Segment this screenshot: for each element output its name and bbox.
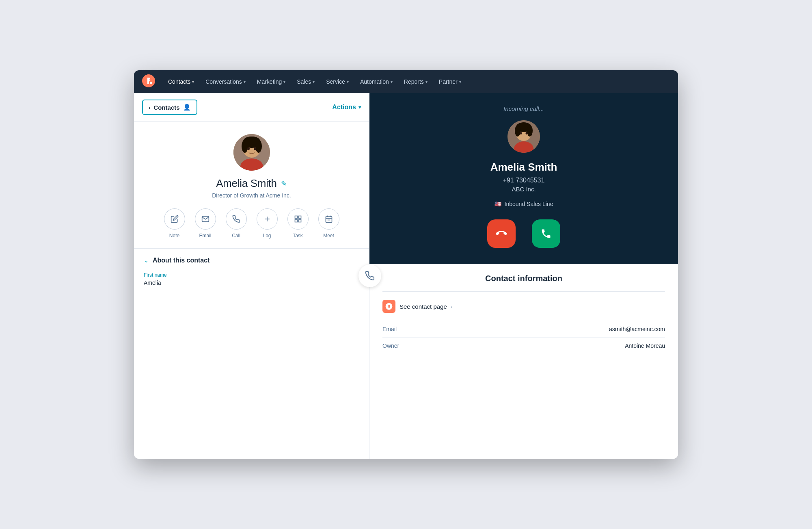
nav-partner[interactable]: Partner ▾ xyxy=(434,75,466,88)
nav-service[interactable]: Service ▾ xyxy=(321,75,354,88)
svg-point-27 xyxy=(527,125,533,137)
marketing-chevron-icon: ▾ xyxy=(283,80,285,84)
avatar xyxy=(233,134,270,171)
user-icon: 👤 xyxy=(183,104,191,111)
nav-contacts[interactable]: Contacts ▾ xyxy=(163,75,199,88)
caller-company: ABC Inc. xyxy=(512,186,536,193)
collapse-icon[interactable]: ⌄ xyxy=(144,257,149,264)
meet-action-button[interactable]: Meet xyxy=(318,208,339,238)
actions-button[interactable]: Actions ▾ xyxy=(332,104,361,111)
caller-phone: +91 73045531 xyxy=(503,177,545,184)
actions-chevron-icon: ▾ xyxy=(358,104,361,110)
email-field-row: Email asmith@acmeinc.com xyxy=(382,321,665,338)
svg-rect-17 xyxy=(326,216,332,222)
nav-reports[interactable]: Reports ▾ xyxy=(399,75,432,88)
about-header: ⌄ About this contact xyxy=(144,257,359,264)
contact-info-fields: Email asmith@acmeinc.com Owner Antoine M… xyxy=(382,321,665,354)
hubspot-logo-small xyxy=(382,300,395,313)
owner-field-value: Antoine Moreau xyxy=(625,343,665,349)
first-name-label: First name xyxy=(144,272,359,278)
incoming-call-text: Incoming call... xyxy=(503,105,544,112)
call-action-button[interactable]: Call xyxy=(226,208,247,238)
caller-name: Amelia Smith xyxy=(490,161,557,173)
service-chevron-icon: ▾ xyxy=(347,80,349,84)
sales-chevron-icon: ▾ xyxy=(313,80,315,84)
owner-field-row: Owner Antoine Moreau xyxy=(382,338,665,354)
call-icon xyxy=(226,208,247,230)
note-label: Note xyxy=(169,233,179,238)
first-name-value: Amelia xyxy=(144,280,359,286)
contact-info-title: Contact information xyxy=(382,274,665,283)
contact-info-panel: Contact information See contact page › E… xyxy=(369,264,678,459)
svg-point-28 xyxy=(520,132,522,134)
flag-icon: 🇺🇸 xyxy=(495,201,501,207)
call-actions xyxy=(487,219,560,248)
svg-point-8 xyxy=(244,137,260,145)
meet-label: Meet xyxy=(323,233,334,238)
left-sidebar: ‹ Contacts 👤 Actions ▾ xyxy=(134,93,369,459)
see-contact-page-link[interactable]: See contact page › xyxy=(382,300,665,313)
svg-point-10 xyxy=(254,147,256,150)
conversations-chevron-icon: ▾ xyxy=(244,80,246,84)
action-buttons: Note Email xyxy=(164,208,339,238)
main-content: ‹ Contacts 👤 Actions ▾ xyxy=(134,93,678,459)
email-icon xyxy=(195,208,216,230)
svg-rect-15 xyxy=(298,220,301,222)
email-label: Email xyxy=(199,233,211,238)
task-label: Task xyxy=(293,233,303,238)
svg-rect-13 xyxy=(295,216,297,219)
svg-point-29 xyxy=(526,132,528,134)
email-action-button[interactable]: Email xyxy=(195,208,216,238)
decline-call-button[interactable] xyxy=(487,219,516,248)
see-contact-chevron-icon: › xyxy=(451,304,453,310)
inbound-line-text: Inbound Sales Line xyxy=(505,201,553,207)
svg-rect-14 xyxy=(298,216,301,219)
note-icon xyxy=(164,208,185,230)
inbound-line: 🇺🇸 Inbound Sales Line xyxy=(495,201,553,207)
owner-field-label: Owner xyxy=(382,343,399,349)
app-window: Contacts ▾ Conversations ▾ Marketing ▾ S… xyxy=(134,70,678,459)
email-field-value: asmith@acmeinc.com xyxy=(609,326,665,332)
sidebar-header: ‹ Contacts 👤 Actions ▾ xyxy=(134,93,369,122)
nav-marketing[interactable]: Marketing ▾ xyxy=(252,75,290,88)
contact-title: Director of Growth at Acme Inc. xyxy=(212,192,291,199)
divider xyxy=(382,291,665,292)
svg-point-9 xyxy=(247,147,250,150)
first-name-field: First name Amelia xyxy=(144,272,359,286)
svg-point-1 xyxy=(150,82,152,84)
see-contact-text: See contact page xyxy=(400,303,447,310)
log-icon xyxy=(257,208,278,230)
nav-automation[interactable]: Automation ▾ xyxy=(355,75,397,88)
contacts-chevron-icon: ▾ xyxy=(192,80,194,84)
phone-center-icon xyxy=(358,264,381,287)
contact-name-row: Amelia Smith ✎ xyxy=(216,177,287,190)
svg-point-26 xyxy=(515,125,520,137)
meet-icon xyxy=(318,208,339,230)
partner-chevron-icon: ▾ xyxy=(459,80,461,84)
task-action-button[interactable]: Task xyxy=(287,208,309,238)
email-field-label: Email xyxy=(382,326,397,332)
about-title: About this contact xyxy=(153,257,209,264)
contacts-back-button[interactable]: ‹ Contacts 👤 xyxy=(142,100,197,115)
automation-chevron-icon: ▾ xyxy=(391,80,393,84)
task-icon xyxy=(287,208,309,230)
nav-conversations[interactable]: Conversations ▾ xyxy=(201,75,251,88)
call-label: Call xyxy=(232,233,240,238)
edit-icon[interactable]: ✎ xyxy=(281,179,287,188)
svg-rect-16 xyxy=(295,220,297,222)
back-chevron-icon: ‹ xyxy=(149,104,150,111)
about-section: ⌄ About this contact First name Amelia xyxy=(134,249,369,301)
log-action-button[interactable]: Log xyxy=(257,208,278,238)
hubspot-logo[interactable] xyxy=(142,74,155,89)
right-panel: Incoming call... Amelia Smith xyxy=(369,93,678,459)
log-label: Log xyxy=(263,233,271,238)
contact-name: Amelia Smith xyxy=(216,177,277,190)
contact-profile: Amelia Smith ✎ Director of Growth at Acm… xyxy=(134,122,369,249)
top-nav: Contacts ▾ Conversations ▾ Marketing ▾ S… xyxy=(134,70,678,93)
note-action-button[interactable]: Note xyxy=(164,208,185,238)
accept-call-button[interactable] xyxy=(532,219,560,248)
reports-chevron-icon: ▾ xyxy=(425,80,428,84)
incoming-call-card: Incoming call... Amelia Smith xyxy=(369,93,678,264)
caller-avatar xyxy=(508,120,540,153)
nav-sales[interactable]: Sales ▾ xyxy=(292,75,320,88)
